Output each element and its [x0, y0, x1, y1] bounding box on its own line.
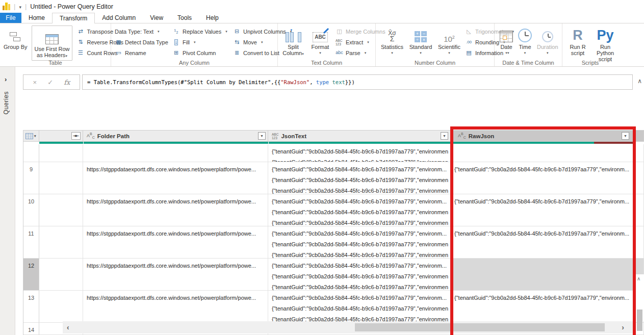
raw-json-cell[interactable]: [451, 259, 644, 291]
cancel-formula-icon[interactable]: ×: [33, 79, 37, 86]
horizontal-scrollbar[interactable]: ‹ ›: [63, 321, 635, 333]
scroll-left-icon[interactable]: ‹: [67, 323, 69, 331]
raw-json-column-header[interactable]: ABC RawJson ▼: [451, 131, 644, 141]
folder-path-cell[interactable]: https://stgppdataexportt.dfs.core.window…: [83, 162, 268, 194]
vertical-scrollbar[interactable]: ∧: [635, 274, 644, 321]
split-column-button[interactable]: Split Column▾: [281, 25, 305, 56]
table-headers-icon: [45, 28, 59, 44]
json-text-cell[interactable]: {"tenantGuid":"9cb0a2dd-5b84-45fc-b9c6-b…: [268, 194, 451, 226]
text-type-icon: ABC: [458, 132, 466, 140]
collapsed-column-cell[interactable]: [39, 291, 83, 323]
folder-path-cell[interactable]: https://stgppdataexportt.dfs.core.window…: [83, 291, 268, 323]
collapsed-column-header[interactable]: ⇥⇤: [39, 131, 83, 141]
tab-transform[interactable]: Transform: [52, 13, 95, 23]
folder-path-cell[interactable]: [83, 144, 268, 162]
json-text-cell[interactable]: {"tenantGuid":"9cb0a2dd-5b84-45fc-b9c6-b…: [268, 226, 451, 259]
convert-to-list-icon: ≣: [233, 49, 241, 56]
time-icon: [518, 25, 532, 42]
raw-json-cell[interactable]: [451, 144, 644, 162]
collapse-formula-bar-icon[interactable]: ∧: [637, 78, 642, 85]
json-text-filter-icon[interactable]: ▼: [441, 132, 448, 140]
r-script-icon: R: [573, 25, 583, 42]
folder-path-column-header[interactable]: ABC Folder Path ▼: [83, 131, 268, 141]
python-script-icon: Py: [597, 25, 613, 42]
collapsed-column-cell[interactable]: [39, 144, 83, 162]
count-rows-icon: ☰: [77, 49, 85, 56]
statistics-button[interactable]: X̄σΣ Statistics▾: [379, 25, 405, 55]
queries-sidebar: › Queries: [0, 67, 15, 335]
title-bar: | ▾ | Untitled - Power Query Editor: [0, 0, 644, 13]
fill-button[interactable]: ↓Fill▾: [172, 37, 228, 47]
use-first-row-as-headers-button[interactable]: Use First Row as Headers▾: [32, 25, 72, 61]
run-python-script-button[interactable]: Py Run Python script: [592, 25, 619, 62]
folder-path-cell[interactable]: https://stgppdataexportt.dfs.core.window…: [83, 259, 268, 291]
raw-json-cell[interactable]: {"tenantGuid":"9cb0a2dd-5b84-45fc-b9c6-b…: [451, 194, 644, 226]
duration-button: Duration▾: [537, 25, 558, 55]
row-number-cell[interactable]: 13: [23, 291, 39, 323]
quality-segment: [451, 142, 594, 144]
group-by-button[interactable]: Group By: [4, 25, 27, 50]
collapsed-column-cell[interactable]: [39, 162, 83, 194]
statistics-icon: X̄σΣ: [388, 25, 396, 42]
scientific-button[interactable]: 102 Scientific▾: [436, 25, 462, 55]
vertical-scroll-thumb[interactable]: [637, 310, 642, 331]
scroll-up-icon[interactable]: ∧: [637, 276, 640, 281]
folder-path-cell[interactable]: https://stgppdataexportt.dfs.core.window…: [83, 194, 268, 226]
raw-json-cell[interactable]: {"tenantGuid":"9cb0a2dd-5b84-45fc-b9c6-b…: [451, 291, 644, 323]
tab-help[interactable]: Help: [199, 13, 226, 23]
row-number-cell[interactable]: 9: [23, 162, 39, 194]
date-icon: [500, 25, 513, 42]
fx-icon[interactable]: fx: [64, 79, 70, 86]
select-all-corner-cell[interactable]: ▾: [23, 131, 39, 141]
row-number-cell[interactable]: 10: [23, 194, 39, 226]
json-text-cell[interactable]: {"tenantGuid":"9cb0a2dd-5b84-45fc-b9c6-b…: [268, 291, 451, 323]
json-line: {"tenantGuid":"9cb0a2dd-5b84-45fc-b9c6-b…: [272, 293, 450, 303]
standard-button[interactable]: +−÷× Standard▾: [408, 25, 433, 55]
json-text-cell[interactable]: {"tenantGuid":"9cb0a2dd-5b84-45fc-b9c6-b…: [268, 144, 451, 162]
tab-view[interactable]: View: [143, 13, 170, 23]
folder-path-cell[interactable]: https://stgppdataexportt.dfs.core.window…: [83, 226, 268, 259]
tab-home[interactable]: Home: [21, 13, 52, 23]
row-number-cell[interactable]: 12: [23, 259, 39, 291]
date-button[interactable]: Date▾: [500, 25, 513, 55]
formula-input[interactable]: = Table.TransformColumnTypes(#"Split Col…: [82, 74, 633, 90]
detect-data-type-button[interactable]: ▦Detect Data Type: [115, 37, 168, 47]
raw-json-cell[interactable]: {"tenantGuid":"9cb0a2dd-5b84-45fc-b9c6-b…: [451, 226, 644, 259]
expand-queries-icon[interactable]: ›: [5, 75, 7, 83]
json-text-column-header[interactable]: ABC123 JsonText ▼: [268, 131, 451, 141]
collapsed-column-cell[interactable]: [39, 194, 83, 226]
tab-file[interactable]: File: [0, 13, 21, 23]
row-number-cell[interactable]: 14: [23, 323, 39, 335]
trigonometry-icon: ◺: [465, 28, 473, 35]
json-line: {"tenantGuid":"9cb0a2dd-5b84-45fc-b9c6-b…: [272, 175, 450, 186]
json-line: {"tenantGuid":"9cb0a2dd-5b84-45fc-b9c6-b…: [272, 207, 450, 218]
quick-access-caret-icon[interactable]: ▾: [19, 4, 21, 10]
data-type-button[interactable]: Data Type: Text▾: [115, 27, 168, 36]
raw-json-filter-icon[interactable]: ▼: [622, 132, 629, 140]
folder-path-filter-icon[interactable]: ▼: [258, 132, 266, 140]
commit-formula-icon[interactable]: ✓: [47, 79, 53, 86]
format-button[interactable]: ABC Format ▾: [310, 25, 331, 55]
rename-icon: ▭: [115, 49, 122, 56]
time-button[interactable]: Time▾: [518, 25, 532, 55]
collapsed-column-cell[interactable]: [39, 259, 83, 291]
run-r-script-button[interactable]: R Run R script: [568, 25, 588, 56]
json-text-cell[interactable]: {"tenantGuid":"9cb0a2dd-5b84-45fc-b9c6-b…: [268, 259, 451, 291]
rename-button[interactable]: ▭Rename: [115, 48, 168, 58]
tab-tools[interactable]: Tools: [170, 13, 199, 23]
replace-values-button[interactable]: ¹₂Replace Values▾: [172, 27, 228, 36]
collapsed-column-cell[interactable]: [39, 226, 83, 259]
quality-segment: [269, 142, 451, 144]
json-line: {"tenantGuid":"9cb0a2dd-5b84-45fc-b9c6-b…: [272, 218, 450, 226]
row-number-cell[interactable]: [23, 144, 39, 162]
horizontal-scroll-thumb[interactable]: [355, 323, 605, 331]
row-number-cell[interactable]: 11: [23, 226, 39, 259]
ribbon: Group By Use First Row as Headers▾ ⇄Tran…: [0, 23, 644, 67]
tab-add-column[interactable]: Add Column: [95, 13, 143, 23]
raw-json-cell[interactable]: {"tenantGuid":"9cb0a2dd-5b84-45fc-b9c6-b…: [451, 162, 644, 194]
scroll-right-icon[interactable]: ›: [622, 323, 624, 331]
standard-icon: +−÷×: [415, 25, 427, 42]
pivot-column-button[interactable]: ⊞Pivot Column: [172, 48, 228, 58]
json-text-cell[interactable]: {"tenantGuid":"9cb0a2dd-5b84-45fc-b9c6-b…: [268, 162, 451, 194]
formula-text: ,: [310, 79, 316, 85]
